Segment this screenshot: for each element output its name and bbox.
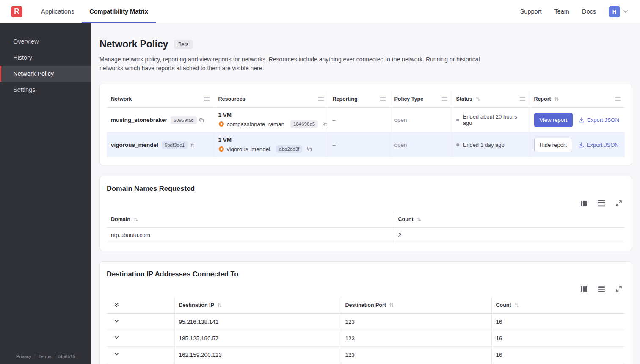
reporting-value: –: [328, 108, 390, 132]
expand-icon[interactable]: [615, 285, 622, 292]
sidebar-item-settings[interactable]: Settings: [0, 82, 91, 98]
status-dot: [456, 119, 459, 121]
resource-id-chip: 184696a5: [290, 120, 318, 128]
destinations-table: Destination IP Destination Port Count: [107, 297, 625, 364]
nav-team[interactable]: Team: [554, 8, 569, 15]
sort-icon[interactable]: [217, 303, 222, 308]
row-density-icon[interactable]: [598, 285, 605, 292]
sidebar: Overview History Network Policy Settings…: [0, 23, 91, 364]
destinations-card-title: Destination IP Addresses Connected To: [107, 270, 625, 278]
column-label: Network: [111, 96, 132, 102]
export-json-label: Export JSON: [587, 117, 619, 123]
network-row[interactable]: musing_stonebraker60959fad 1 VM compassi…: [107, 108, 625, 132]
nav-docs[interactable]: Docs: [582, 8, 596, 15]
export-json-button[interactable]: Export JSON: [579, 117, 619, 123]
policy-type-value: open: [390, 132, 452, 157]
column-header-domain[interactable]: Domain: [107, 211, 394, 228]
export-json-button[interactable]: Export JSON: [578, 142, 619, 148]
column-resize-handle[interactable]: [380, 97, 386, 101]
sidebar-item-history[interactable]: History: [0, 50, 91, 66]
column-header-count[interactable]: Count: [394, 211, 625, 228]
top-navigation: Applications Compatibility Matrix: [33, 0, 156, 23]
column-header-destination-port[interactable]: Destination Port: [341, 297, 491, 314]
domains-table: Domain Count ntp.ubuntu.com: [107, 211, 625, 243]
sort-icon[interactable]: [554, 97, 559, 102]
sidebar-item-network-policy[interactable]: Network Policy: [0, 66, 91, 82]
column-label: Resources: [218, 96, 246, 102]
row-expand-chevron-icon[interactable]: [113, 334, 120, 341]
column-resize-handle[interactable]: [520, 97, 525, 101]
column-label: Destination IP: [179, 302, 214, 308]
resource-id-chip: aba2dd3f: [276, 145, 302, 153]
resource-icon: [218, 146, 224, 152]
sort-icon[interactable]: [514, 303, 519, 308]
column-label: Report: [534, 96, 551, 102]
column-header-reporting: Reporting: [328, 91, 390, 108]
columns-icon[interactable]: [580, 285, 588, 292]
destination-ip-value: 185.125.190.57: [174, 330, 341, 347]
policy-type-value: open: [390, 108, 452, 132]
avatar[interactable]: H: [609, 6, 620, 17]
row-density-icon[interactable]: [598, 199, 605, 207]
row-expand-chevron-icon[interactable]: [113, 318, 120, 324]
column-resize-handle[interactable]: [318, 97, 324, 101]
download-icon: [578, 142, 584, 148]
network-id-chip: 60959fad: [171, 116, 197, 124]
network-id-chip: 5bdf3dc1: [162, 141, 188, 149]
column-header-network: Network: [107, 91, 214, 108]
columns-icon[interactable]: [580, 200, 588, 207]
destination-port-value: 123: [341, 330, 491, 347]
column-header-status: Status: [452, 91, 530, 108]
networks-table: Network Resources Reporting: [107, 91, 625, 157]
sort-icon[interactable]: [133, 217, 138, 222]
page-header: Network Policy Beta Manage network polic…: [99, 39, 632, 73]
expand-all-header[interactable]: [107, 297, 174, 314]
view-report-button[interactable]: View report: [534, 113, 573, 127]
count-value: 16: [491, 347, 625, 363]
nav-support[interactable]: Support: [520, 8, 542, 15]
column-header-policy-type: Policy Type: [390, 91, 452, 108]
sort-icon[interactable]: [417, 217, 422, 222]
row-expand-chevron-icon[interactable]: [113, 351, 120, 357]
column-label: Status: [456, 96, 472, 102]
destinations-card: Destination IP Addresses Connected To: [99, 261, 632, 364]
network-row[interactable]: vigorous_mendel5bdf3dc1 1 VM vigorous_me…: [107, 132, 625, 157]
resource-name: compassionate_raman: [227, 121, 285, 127]
column-header-count[interactable]: Count: [491, 297, 625, 314]
count-value: 16: [491, 314, 625, 330]
privacy-link[interactable]: Privacy: [16, 354, 35, 359]
column-resize-handle[interactable]: [442, 97, 447, 101]
copy-icon[interactable]: [190, 143, 195, 148]
network-name: vigorous_mendel: [111, 142, 158, 148]
app-logo[interactable]: R: [11, 6, 22, 17]
column-label: Reporting: [333, 96, 358, 102]
status-text: Ended 1 day ago: [463, 142, 505, 148]
expand-icon[interactable]: [615, 200, 622, 207]
sidebar-item-overview[interactable]: Overview: [0, 33, 91, 50]
column-label: Policy Type: [394, 96, 424, 102]
copy-icon[interactable]: [307, 146, 312, 152]
user-menu[interactable]: H: [609, 6, 629, 17]
nav-applications[interactable]: Applications: [33, 0, 82, 23]
destination-ip-value: 95.216.138.141: [174, 314, 341, 330]
copy-icon[interactable]: [199, 118, 204, 123]
column-resize-handle[interactable]: [204, 97, 210, 101]
destination-port-value: 123: [341, 347, 491, 363]
terms-link[interactable]: Terms: [35, 354, 55, 359]
page-description: Manage network policy, reporting and vie…: [99, 55, 480, 73]
column-header-resources: Resources: [214, 91, 328, 108]
main-content: Network Policy Beta Manage network polic…: [91, 23, 640, 364]
table-toolbar: [107, 199, 622, 207]
topbar: R Applications Compatibility Matrix Supp…: [0, 0, 640, 23]
resource-name: vigorous_mendel: [227, 146, 270, 152]
table-toolbar: [107, 285, 622, 292]
copy-icon[interactable]: [323, 121, 328, 127]
sort-icon[interactable]: [389, 303, 394, 308]
sort-icon[interactable]: [475, 97, 480, 102]
double-chevron-down-icon[interactable]: [113, 302, 170, 308]
column-resize-handle[interactable]: [615, 97, 621, 101]
hide-report-button[interactable]: Hide report: [534, 138, 572, 152]
column-header-destination-ip[interactable]: Destination IP: [174, 297, 341, 314]
nav-compatibility-matrix[interactable]: Compatibility Matrix: [82, 0, 156, 23]
column-label: Count: [496, 302, 511, 308]
